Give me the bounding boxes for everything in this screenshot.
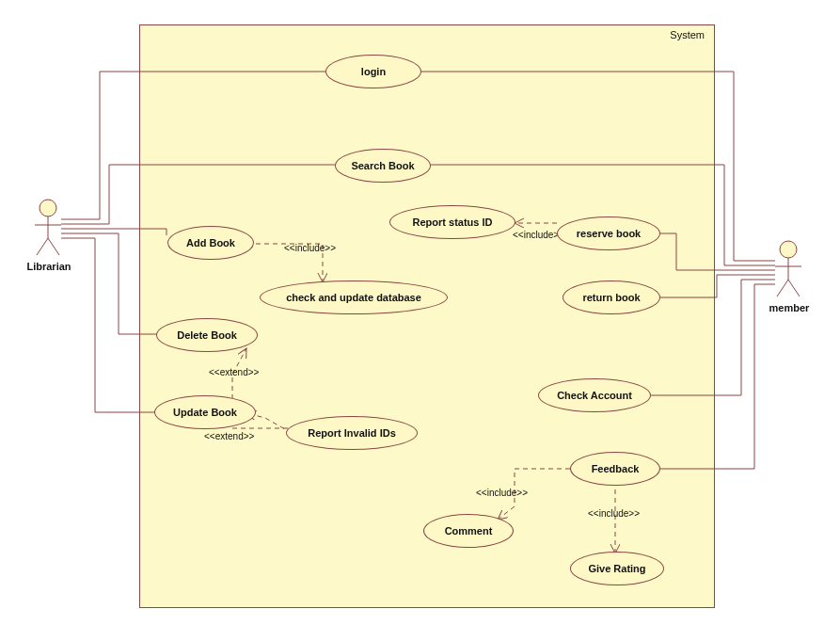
extend-label-1: <<extend>> [209, 367, 259, 377]
include-label-3: <<include>> [476, 488, 528, 498]
include-label-1: <<include>> [284, 243, 336, 253]
extend-label-2: <<extend>> [204, 431, 254, 441]
include-label-2: <<include>> [513, 230, 564, 240]
diagram-canvas: System Librarian member [0, 0, 840, 625]
include-label-4: <<include>> [588, 508, 640, 519]
dependency-layer [0, 0, 840, 625]
